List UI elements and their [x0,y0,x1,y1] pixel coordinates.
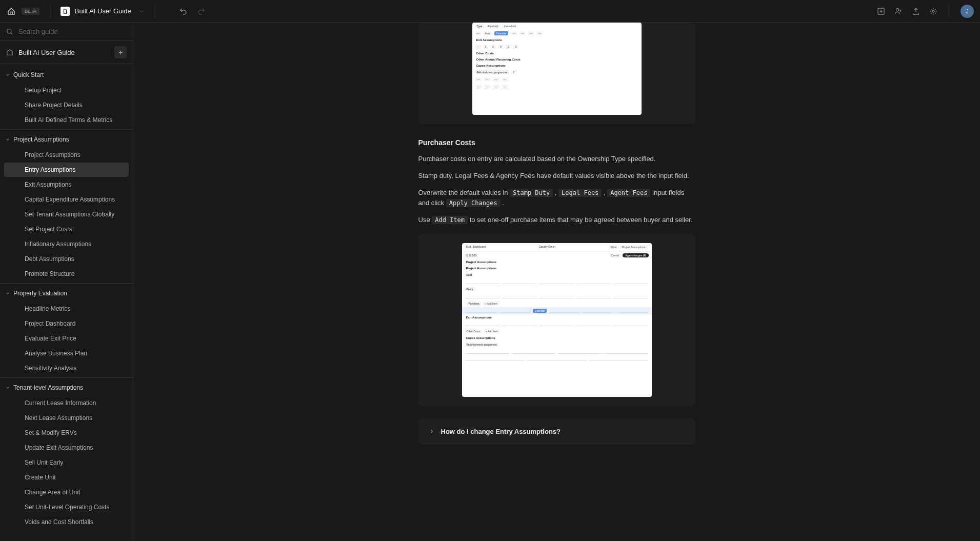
add-page-button[interactable]: + [114,46,127,58]
nav-item[interactable]: Next Lease Assumptions [4,411,129,425]
code-legal-fees: Legal Fees [558,189,602,197]
nav-item[interactable]: Set Tenant Assumptions Globally [4,207,129,222]
user-avatar[interactable]: J [961,5,974,18]
text: to set one-off purchase items that may b… [468,216,692,224]
text: . [501,199,504,207]
history-buttons [176,4,209,18]
code-add-item: Add Item [432,216,468,224]
nav-item[interactable]: Set Project Costs [4,222,129,236]
export-button[interactable] [909,4,923,18]
svg-point-1 [896,8,898,11]
chevron-down-icon [5,385,10,390]
nav-section-label: Tenant-level Assumptions [13,384,83,391]
chevron-down-icon[interactable] [138,8,145,14]
nav-section[interactable]: Tenant-level Assumptions [0,380,133,395]
chevron-right-icon [429,428,435,434]
divider [949,5,949,18]
paragraph-1: Purchaser costs on entry are calculated … [418,154,695,165]
nav-item[interactable]: Set Unit-Level Operating Costs [4,500,129,514]
nav-item[interactable]: Sell Unit Early [4,455,129,470]
doc-title: Built AI User Guide [75,7,131,15]
nav-section-label: Property Evaluation [13,290,67,297]
nav-divider [0,129,133,130]
nav-item[interactable]: Share Project Details [4,98,129,112]
chevron-down-icon [5,291,10,296]
redo-button[interactable] [194,4,209,18]
app-logo-icon[interactable] [6,6,16,16]
beta-badge: BETA [22,8,39,15]
article: TypeFreeholdLeasehold —AutoOverride———— … [408,23,706,510]
nav-item[interactable]: Current Lease Information [4,396,129,410]
svg-point-2 [932,10,934,12]
nav-item[interactable]: Set & Modify ERVs [4,426,129,440]
nav-section[interactable]: Project Assumptions [0,132,133,147]
accordion-entry-assumptions[interactable]: How do I change Entry Assumptions? [418,418,695,445]
topbar-left: BETA Built AI User Guide [6,4,209,18]
code-apply-changes: Apply Changes [446,199,501,207]
nav-item[interactable]: Promote Structure [4,267,129,281]
nav-section[interactable]: Quick Start [0,67,133,83]
nav-section-label: Project Assumptions [13,136,69,143]
paragraph-3: Overwrite the default values in Stamp Du… [418,188,695,209]
accordion-title: How do I change Entry Assumptions? [441,428,561,435]
nav-item[interactable]: Setup Project [4,83,129,97]
add-panel-button[interactable] [874,4,888,18]
nav-item[interactable]: Evaluate Exit Price [4,331,129,346]
doc-icon [61,7,70,16]
screenshot-1: TypeFreeholdLeasehold —AutoOverride———— … [472,23,642,115]
search-row [0,23,133,41]
heading-purchaser-costs: Purchaser Costs [418,138,695,147]
code-stamp-duty: Stamp Duty [510,189,553,197]
search-input[interactable] [18,28,127,35]
nav-item[interactable]: Sensitivity Analysis [4,361,129,375]
text: Overwrite the default values in [418,189,510,196]
divider [50,5,50,18]
nav-item[interactable]: Built AI Defined Terms & Metrics [4,113,129,127]
nav-item[interactable]: Inflationary Assumptions [4,237,129,251]
nav-item[interactable]: Project Dashboard [4,316,129,331]
nav-item[interactable]: Entry Assumptions [4,163,129,177]
nav-item[interactable]: Exit Assumptions [4,177,129,192]
nav-item[interactable]: Create Unit [4,470,129,485]
settings-button[interactable] [926,4,941,18]
topbar-right: J [874,4,974,18]
chevron-down-icon [5,72,10,77]
nav-section[interactable]: Property Evaluation [0,286,133,301]
chevron-down-icon [5,137,10,142]
share-button[interactable] [891,4,906,18]
sidebar: Built AI User Guide + Quick StartSetup P… [0,23,133,541]
home-icon [6,49,13,56]
guide-title-row: Built AI User Guide + [0,41,133,64]
svg-point-3 [7,29,11,33]
nav-item[interactable]: Analyse Business Plan [4,346,129,360]
text: Use [418,216,432,224]
content-area: TypeFreeholdLeasehold —AutoOverride———— … [133,23,980,541]
nav-item[interactable]: Capital Expenditure Assumptions [4,192,129,207]
guide-title[interactable]: Built AI User Guide [18,49,109,56]
undo-button[interactable] [176,4,190,18]
code-agent-fees: Agent Fees [607,189,650,197]
nav-section-label: Quick Start [13,71,44,78]
screenshot-2: Built · Dashboard Cavalry Green PricePro… [462,243,652,397]
nav-item[interactable]: Debt Assumptions [4,252,129,266]
nav-item[interactable]: Update Exit Assumptions [4,440,129,455]
search-icon [6,28,13,35]
main: Built AI User Guide + Quick StartSetup P… [0,23,980,541]
nav-item[interactable]: Change Area of Unit [4,485,129,499]
paragraph-4: Use Add Item to set one-off purchase ite… [418,215,695,226]
divider [155,5,155,18]
nav-item[interactable]: Project Assumptions [4,148,129,162]
nav-item[interactable]: Voids and Cost Shortfalls [4,515,129,529]
nav: Quick StartSetup ProjectShare Project De… [0,64,133,541]
screenshot-container-1: TypeFreeholdLeasehold —AutoOverride———— … [418,23,695,124]
nav-item[interactable]: Headline Metrics [4,302,129,316]
nav-divider [0,377,133,378]
topbar: BETA Built AI User Guide [0,0,980,23]
text: , [553,189,558,196]
screenshot-container-2: Built · Dashboard Cavalry Green PricePro… [418,234,695,406]
nav-divider [0,283,133,284]
paragraph-2: Stamp duty, Legal Fees & Agency Fees hav… [418,171,695,182]
text: , [602,189,607,196]
